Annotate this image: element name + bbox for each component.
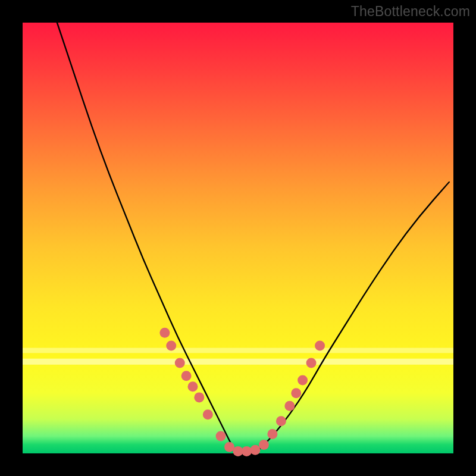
marker-dot [203,409,213,419]
marker-dot [216,431,226,441]
marker-dot [242,446,252,456]
marker-dots [159,328,325,456]
svg-rect-1 [23,359,453,365]
svg-rect-0 [23,348,453,353]
marker-dot [306,358,317,368]
marker-dot [194,392,204,402]
marker-dot [250,445,260,455]
marker-dot [187,381,198,392]
marker-dot [181,371,192,381]
curve-svg [23,23,453,453]
chart-frame: TheBottleneck.com [0,0,476,476]
plot-area [23,23,453,453]
marker-dot [315,341,325,351]
highlight-bands [23,348,453,365]
marker-dot [259,440,269,450]
marker-dot [298,375,308,385]
marker-dot [175,358,185,368]
marker-dot [267,429,277,439]
marker-dot [291,388,301,398]
attribution-text: TheBottleneck.com [351,4,470,20]
marker-dot [224,442,234,452]
marker-dot [276,416,286,426]
marker-dot [166,341,176,351]
marker-dot [159,328,170,338]
marker-dot [284,401,295,411]
marker-dot [233,446,243,456]
bottleneck-curve [57,23,449,453]
